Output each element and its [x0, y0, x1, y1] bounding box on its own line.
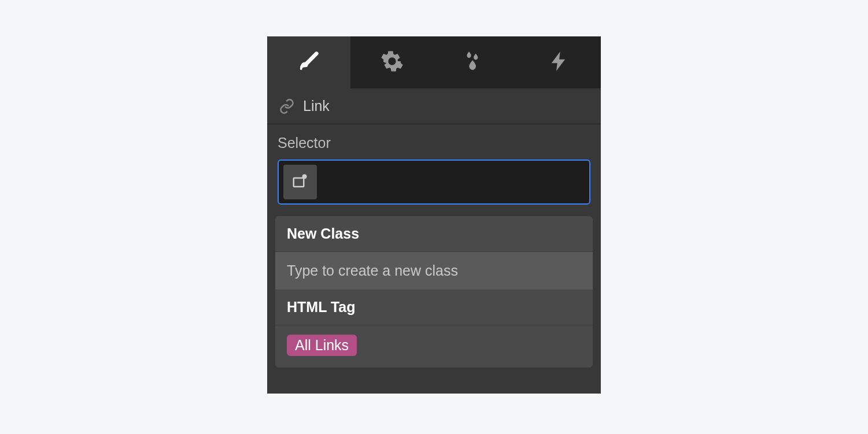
svg-rect-0: [294, 178, 304, 187]
selector-label: Selector: [278, 135, 590, 151]
tab-interactions[interactable]: [434, 36, 518, 88]
tab-style[interactable]: [267, 36, 350, 88]
selector-icon-chip[interactable]: [283, 165, 317, 199]
tab-effects[interactable]: [518, 36, 601, 88]
selector-section: Selector: [267, 124, 601, 210]
panel-tabs: [267, 36, 601, 88]
link-icon: [279, 98, 295, 114]
gear-icon: [381, 50, 404, 75]
svg-point-1: [303, 175, 306, 179]
element-type-label: Link: [303, 98, 330, 114]
lightning-icon: [548, 50, 571, 75]
selector-input[interactable]: [278, 159, 590, 205]
brush-icon: [297, 50, 320, 75]
tab-settings[interactable]: [350, 36, 434, 88]
element-icon: [291, 172, 309, 192]
dropdown-new-class-header: New Class: [275, 216, 593, 252]
dropdown-new-class-hint[interactable]: Type to create a new class: [275, 252, 593, 290]
droplets-icon: [464, 50, 487, 75]
dropdown-item-all-links[interactable]: All Links: [275, 325, 593, 368]
all-links-badge: All Links: [287, 335, 357, 356]
dropdown-html-tag-header: HTML Tag: [275, 290, 593, 325]
selector-dropdown: New Class Type to create a new class HTM…: [275, 216, 593, 368]
element-type-row: Link: [267, 88, 601, 124]
style-panel: Link Selector New Class Type to create a…: [267, 36, 601, 394]
